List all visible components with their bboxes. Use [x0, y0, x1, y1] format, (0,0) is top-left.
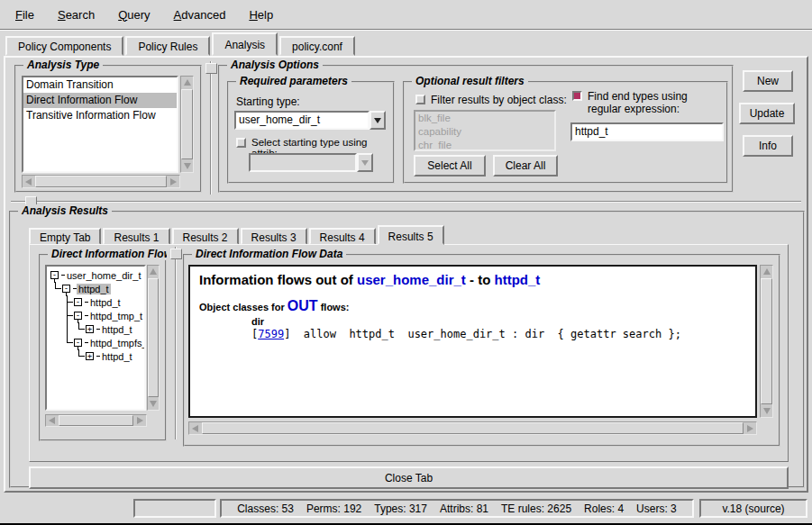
tab-results-1[interactable]: Results 1	[103, 228, 169, 245]
tree-expand-icon[interactable]: +	[86, 352, 94, 360]
tab-policy-components[interactable]: Policy Components	[5, 36, 123, 56]
tree-node[interactable]: + httpd_t	[50, 349, 144, 363]
tree-expand-icon[interactable]: +	[86, 325, 94, 333]
starting-type-value[interactable]: user_home_dir_t	[234, 111, 370, 130]
analysis-results-frame: Analysis Results Empty Tab Results 1 Res…	[9, 211, 805, 488]
top-pane-sash[interactable]	[205, 61, 216, 195]
tree-node[interactable]: + httpd_t	[50, 322, 144, 336]
tree-collapse-icon[interactable]: -	[74, 312, 82, 320]
clear-all-button[interactable]: Clear All	[493, 155, 558, 177]
attrib-combobox-disabled	[249, 153, 373, 172]
rule-number-link[interactable]: 7599	[258, 328, 284, 340]
filter-by-class-label: Filter results by object class:	[431, 94, 567, 106]
te-rule-line: [7599] allow httpd_t user_home_dir_t : d…	[251, 328, 746, 340]
scroll-down-arrow-icon[interactable]	[148, 398, 159, 410]
tree-node-label[interactable]: httpd_tmp_t	[88, 311, 144, 321]
scroll-up-arrow-icon[interactable]	[761, 266, 772, 277]
rule-text: allow httpd_t user_home_dir_t : dir { ge…	[290, 328, 680, 340]
scrollbar-thumb[interactable]	[35, 176, 167, 187]
scroll-right-arrow-icon[interactable]	[134, 415, 146, 426]
scrollbar-thumb[interactable]	[181, 89, 193, 159]
tree-collapse-icon[interactable]: -	[74, 298, 82, 306]
tree-node-label[interactable]: httpd_tmpfs_t	[88, 338, 146, 348]
scroll-right-arrow-icon[interactable]	[744, 422, 756, 434]
analysis-type-vertical-scrollbar[interactable]	[180, 76, 194, 173]
tree-node[interactable]: - httpd_t	[50, 295, 144, 309]
new-button[interactable]: New	[743, 70, 793, 92]
tab-results-3[interactable]: Results 3	[241, 228, 307, 245]
analysis-type-option-selected[interactable]: Direct Information Flow	[23, 93, 177, 108]
tab-empty[interactable]: Empty Tab	[29, 228, 101, 245]
policy-stats: Classes: 53 Perms: 192 Types: 317 Attrib…	[220, 499, 694, 518]
update-button[interactable]: Update	[739, 103, 795, 124]
data-horizontal-scrollbar[interactable]	[188, 421, 757, 435]
tree-horizontal-scrollbar[interactable]	[45, 414, 147, 427]
tab-results-4[interactable]: Results 4	[309, 228, 376, 245]
flow-data-frame: Direct Information Flow Data Information…	[183, 254, 780, 447]
tree-node-label[interactable]: httpd_t	[100, 324, 134, 335]
menu-help[interactable]: Help	[242, 6, 279, 23]
tree-collapse-icon[interactable]: -	[62, 285, 70, 293]
scroll-left-arrow-icon[interactable]	[46, 415, 58, 426]
select-all-button[interactable]: Select All	[414, 155, 486, 177]
results-pane-sash[interactable]	[11, 196, 801, 207]
tree-node[interactable]: - httpd_tmpfs_t	[50, 336, 144, 349]
object-class-item: capability	[415, 125, 554, 139]
scroll-down-arrow-icon[interactable]	[181, 160, 193, 172]
attrib-checkbox[interactable]	[236, 138, 246, 148]
tab-analysis[interactable]: Analysis	[212, 32, 278, 56]
menu-bar: File Search Query Advanced Help	[0, 0, 812, 30]
scrollbar-thumb[interactable]	[59, 415, 133, 426]
tree-node-label[interactable]: httpd_t	[100, 351, 134, 362]
flow-tree-title: Direct Information Flow T	[48, 248, 167, 260]
tab-policy-conf[interactable]: policy.conf	[279, 36, 355, 56]
filter-by-class-checkbox[interactable]	[415, 95, 425, 104]
tree-node-label[interactable]: httpd_t	[88, 297, 123, 308]
results-inner-sash[interactable]	[170, 247, 181, 439]
tree-node[interactable]: - httpd_tmp_t	[50, 309, 144, 322]
analysis-results-title: Analysis Results	[18, 204, 112, 217]
flow-tree: - user_home_dir_t - httpd_t - httpd_t	[45, 265, 146, 411]
info-button[interactable]: Info	[743, 135, 793, 157]
tree-node-label-selected[interactable]: httpd_t	[77, 284, 111, 294]
scrollbar-thumb[interactable]	[202, 422, 744, 434]
tree-collapse-icon[interactable]: -	[50, 271, 59, 279]
tab-results-2[interactable]: Results 2	[172, 228, 239, 245]
optional-result-filters-title: Optional result filters	[412, 75, 528, 87]
menu-advanced[interactable]: Advanced	[168, 6, 233, 23]
scrollbar-thumb[interactable]	[148, 278, 159, 397]
analysis-type-option[interactable]: Transitive Information Flow	[23, 108, 177, 123]
tree-node[interactable]: - httpd_t	[50, 282, 144, 295]
analysis-type-option[interactable]: Domain Transition	[23, 77, 177, 93]
data-vertical-scrollbar[interactable]	[760, 265, 773, 418]
flow-data-text[interactable]: Information flows out of user_home_dir_t…	[188, 265, 757, 418]
menu-file[interactable]: File	[9, 6, 41, 23]
scroll-right-arrow-icon[interactable]	[168, 176, 179, 187]
analysis-type-horizontal-scrollbar[interactable]	[22, 175, 180, 188]
tree-vertical-scrollbar[interactable]	[147, 265, 160, 411]
regex-checkbox[interactable]	[572, 91, 582, 101]
tree-node-label[interactable]: user_home_dir_t	[65, 270, 143, 281]
analysis-type-title: Analysis Type	[23, 59, 103, 71]
tree-node[interactable]: - user_home_dir_t	[50, 268, 144, 282]
tab-results-5[interactable]: Results 5	[378, 225, 444, 245]
menu-query[interactable]: Query	[112, 6, 156, 23]
object-classes-line: Object classes for OUT flows:	[199, 298, 746, 314]
scroll-down-arrow-icon[interactable]	[761, 405, 772, 417]
stat-roles: Roles: 4	[584, 502, 624, 515]
scroll-left-arrow-icon[interactable]	[23, 176, 34, 187]
scrollbar-thumb[interactable]	[761, 278, 772, 404]
scroll-left-arrow-icon[interactable]	[189, 422, 201, 434]
sash-handle[interactable]	[170, 249, 182, 259]
scroll-up-arrow-icon[interactable]	[148, 266, 159, 277]
starting-type-label: Starting type:	[236, 95, 300, 108]
regex-input[interactable]: httpd_t	[570, 122, 724, 141]
dropdown-arrow-icon[interactable]	[370, 111, 386, 130]
tree-collapse-icon[interactable]: -	[74, 339, 82, 347]
tab-policy-rules[interactable]: Policy Rules	[125, 36, 210, 56]
starting-type-combobox[interactable]: user_home_dir_t	[234, 111, 386, 130]
close-tab-button[interactable]: Close Tab	[29, 466, 789, 489]
menu-search[interactable]: Search	[51, 6, 101, 23]
sash-handle[interactable]	[205, 63, 217, 74]
scroll-up-arrow-icon[interactable]	[181, 77, 193, 88]
